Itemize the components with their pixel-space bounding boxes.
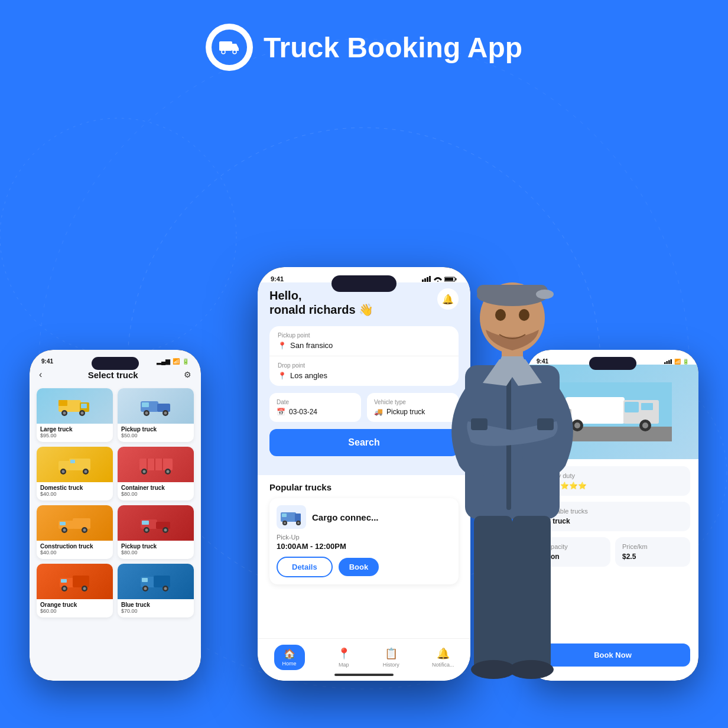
right-type-value: ⭐⭐⭐⭐⭐ [542, 482, 683, 490]
truck-price-large: $95.00 [40, 433, 109, 438]
truck-name-pickup2: Pickup truck [121, 543, 190, 550]
nav-map[interactable]: 📍 Map [337, 647, 350, 668]
nav-home[interactable]: 🏠 Home [274, 645, 305, 670]
svg-point-26 [61, 470, 64, 473]
svg-point-91 [574, 422, 580, 428]
truck-img-pickup [118, 388, 194, 424]
svg-rect-72 [445, 278, 453, 281]
back-button[interactable]: ‹ [39, 369, 42, 380]
nav-notif-label: Notifica... [432, 662, 454, 668]
nav-map-label: Map [339, 662, 349, 668]
svg-point-77 [284, 522, 286, 524]
truck-price-pickup: $50.00 [121, 433, 190, 438]
right-capacity-value: 5 ton [542, 552, 603, 561]
truck-name-domestic: Domestic truck [40, 485, 109, 491]
svg-point-69 [437, 281, 438, 282]
truck-card-container[interactable]: Container truck $80.00 [118, 447, 194, 500]
map-icon: 📍 [337, 647, 350, 660]
center-phone-notch [332, 275, 396, 292]
logo-circle [206, 24, 253, 71]
right-phone: 9:41 📶 🔋 [527, 350, 698, 681]
popular-truck-image [277, 505, 306, 529]
svg-point-48 [145, 529, 148, 532]
truck-card-blue[interactable]: Blue truck $70.00 [118, 564, 194, 618]
truck-price-construction: $40.00 [40, 550, 109, 555]
pickup-field[interactable]: Pickup point 📍 San fransico [269, 326, 459, 356]
svg-rect-29 [139, 459, 173, 470]
truck-name-construction: Construction truck [40, 543, 109, 550]
right-price-label: Price/km [622, 543, 683, 550]
svg-rect-66 [424, 278, 426, 282]
nav-notifications[interactable]: 🔔 Notifica... [432, 647, 454, 668]
book-button[interactable]: Book [339, 558, 379, 576]
history-icon: 📋 [385, 647, 398, 660]
truck-card-orange[interactable]: Orange truck $60.00 [37, 564, 113, 618]
right-time: 9:41 [537, 358, 548, 365]
svg-point-36 [166, 470, 169, 473]
truck-price-pickup2: $80.00 [121, 550, 190, 555]
popular-truck-name: Cargo connec... [312, 512, 379, 522]
notification-bell[interactable]: 🔔 [437, 288, 459, 310]
nav-history[interactable]: 📋 History [383, 647, 399, 668]
popular-truck-card: Cargo connec... Pick-Up 10:00AM - 12:00P… [269, 498, 459, 584]
truck-img-large [37, 388, 113, 424]
book-now-button[interactable]: Book Now [535, 644, 690, 667]
greeting-line2: ronald richards 👋 [269, 303, 373, 317]
truck-card-domestic[interactable]: Domestic truck $40.00 [37, 447, 113, 500]
truck-card-pickup[interactable]: Pickup truck $50.00 [118, 388, 194, 442]
popular-title: Popular trucks [269, 475, 459, 498]
svg-point-62 [144, 587, 147, 590]
svg-point-43 [83, 529, 86, 532]
truck-card-construction[interactable]: Construction truck $40.00 [37, 505, 113, 559]
truck-name-large: Large truck [40, 426, 109, 433]
drop-icon: 📍 [278, 372, 287, 380]
nav-history-label: History [383, 662, 399, 668]
svg-point-93 [642, 422, 648, 428]
right-price-card: Price/km $2.5 [615, 537, 690, 567]
vehicle-field[interactable]: Vehicle type 🚚 Pickup truck [367, 393, 459, 422]
truck-price-orange: $60.00 [40, 608, 109, 614]
search-button[interactable]: Search [269, 429, 459, 456]
phones-area: 9:41 ▂▄▆ 📶 🔋 ‹ Select truck ⚙ [0, 95, 728, 728]
right-type-card: Heavy duty ⭐⭐⭐⭐⭐ [535, 466, 690, 496]
truck-grid: Large truck $95.00 [30, 385, 201, 621]
vehicle-icon: 🚚 [374, 408, 383, 416]
vehicle-label: Vehicle type [374, 399, 451, 405]
right-type-label: Heavy duty [542, 472, 683, 479]
svg-rect-45 [156, 522, 170, 529]
calendar-icon: 📅 [277, 408, 285, 416]
svg-point-41 [63, 529, 66, 532]
pickup-icon: 📍 [278, 342, 287, 350]
details-button[interactable]: Details [277, 557, 333, 577]
left-phone: 9:41 ▂▄▆ 📶 🔋 ‹ Select truck ⚙ [30, 350, 201, 681]
truck-price-domestic: $40.00 [40, 491, 109, 497]
svg-point-55 [63, 587, 66, 590]
svg-point-11 [63, 412, 66, 415]
svg-rect-59 [154, 576, 170, 587]
svg-point-19 [145, 412, 148, 415]
truck-name-blue: Blue truck [121, 602, 190, 608]
truck-img-domestic [37, 447, 113, 482]
truck-card-large[interactable]: Large truck $95.00 [37, 388, 113, 442]
home-indicator [334, 674, 394, 676]
right-truck-card: Available trucks ...t truck [535, 502, 690, 531]
left-time: 9:41 [41, 358, 53, 365]
svg-rect-17 [142, 402, 149, 407]
filter-button[interactable]: ⚙ [184, 370, 191, 379]
date-field[interactable]: Date 📅 03-03-24 [269, 393, 361, 422]
svg-rect-81 [667, 361, 668, 364]
svg-rect-4 [219, 41, 232, 51]
svg-rect-82 [668, 360, 670, 364]
notifications-icon: 🔔 [437, 647, 450, 660]
svg-rect-89 [641, 403, 653, 410]
right-truck-value: ...t truck [542, 517, 683, 525]
truck-name-pickup: Pickup truck [121, 426, 190, 433]
drop-label: Drop point [278, 362, 450, 369]
date-label: Date [277, 399, 354, 405]
svg-rect-71 [456, 278, 457, 281]
svg-rect-39 [60, 522, 66, 525]
svg-rect-38 [73, 518, 90, 529]
truck-card-pickup2[interactable]: Pickup truck $80.00 [118, 505, 194, 559]
drop-field[interactable]: Drop point 📍 Los angles [269, 356, 459, 386]
svg-point-57 [83, 587, 86, 590]
